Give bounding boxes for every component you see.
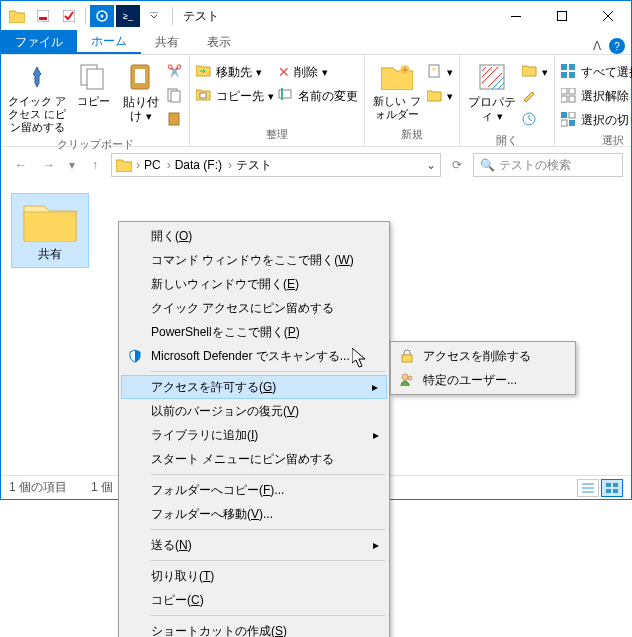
paste-button[interactable]: 貼り付け ▾ bbox=[119, 57, 163, 124]
menu-open[interactable]: 開く(O) bbox=[121, 224, 387, 248]
tab-view[interactable]: 表示 bbox=[193, 30, 245, 54]
pin-quickaccess-button[interactable]: クイック アクセス にピン留めする bbox=[7, 57, 67, 135]
ribbon: クイック アクセス にピン留めする コピー 貼り付け ▾ ✂️ クリップボード bbox=[1, 55, 631, 147]
view-icons-button[interactable] bbox=[601, 479, 623, 497]
copy-button[interactable]: コピー bbox=[71, 57, 115, 108]
menu-copy-to-folder[interactable]: フォルダーへコピー(F)... bbox=[121, 478, 387, 502]
svg-rect-23 bbox=[561, 72, 567, 78]
view-details-button[interactable] bbox=[577, 479, 599, 497]
svg-rect-16 bbox=[281, 88, 283, 100]
menu-open-newwindow[interactable]: 新しいウィンドウで開く(E) bbox=[121, 272, 387, 296]
selectnone-button[interactable]: 選択解除 bbox=[561, 85, 632, 107]
newfolder-button[interactable]: 新しい フォルダー bbox=[371, 57, 423, 121]
status-sel-count: 1 個 bbox=[91, 479, 113, 496]
qat-separator bbox=[172, 7, 173, 25]
status-item-count: 1 個の項目 bbox=[9, 479, 67, 496]
tab-file[interactable]: ファイル bbox=[1, 30, 77, 54]
menu-separator bbox=[151, 529, 385, 530]
breadcrumb-segment[interactable]: PC› bbox=[144, 158, 171, 172]
address-dropdown-icon[interactable]: ⌄ bbox=[426, 158, 436, 172]
svg-rect-8 bbox=[87, 69, 103, 89]
svg-rect-37 bbox=[402, 355, 412, 362]
rename-button[interactable]: 名前の変更 bbox=[278, 85, 358, 107]
menu-send-to[interactable]: 送る(N)▸ bbox=[121, 533, 387, 557]
menu-give-access[interactable]: アクセスを許可する(G)▸ bbox=[121, 375, 387, 399]
easyaccess-button[interactable]: ▾ bbox=[427, 85, 453, 107]
properties-button[interactable]: プロパティ ▾ bbox=[466, 57, 518, 124]
nav-up-button[interactable]: ↑ bbox=[83, 153, 107, 177]
svg-rect-14 bbox=[200, 93, 206, 98]
lock-icon bbox=[399, 348, 415, 364]
menu-open-powershell[interactable]: PowerShellをここで開く(P) bbox=[121, 320, 387, 344]
context-menu: 開く(O) コマンド ウィンドウをここで開く(W) 新しいウィンドウで開く(E)… bbox=[118, 221, 390, 637]
menu-add-library[interactable]: ライブラリに追加(I)▸ bbox=[121, 423, 387, 447]
moveto-button[interactable]: 移動先 ▾ bbox=[196, 61, 274, 83]
nav-recent-button[interactable]: ▾ bbox=[65, 153, 79, 177]
ribbon-tabs: ファイル ホーム 共有 表示 ᐱ ? bbox=[1, 31, 631, 55]
folder-icon bbox=[22, 198, 78, 242]
menu-pin-start[interactable]: スタート メニューにピン留めする bbox=[121, 447, 387, 471]
search-input[interactable]: 🔍 テストの検索 bbox=[473, 153, 623, 177]
submenu-specific-user[interactable]: 特定のユーザー... bbox=[393, 368, 573, 392]
collapse-ribbon-icon[interactable]: ᐱ bbox=[593, 39, 601, 53]
ribbon-group-label: 新規 bbox=[371, 125, 453, 144]
menu-create-shortcut[interactable]: ショートカットの作成(S) bbox=[121, 619, 387, 637]
svg-rect-0 bbox=[37, 10, 49, 22]
qat-more-checkbox-icon[interactable] bbox=[57, 5, 81, 27]
breadcrumb-segment[interactable]: Data (F:)› bbox=[175, 158, 232, 172]
svg-rect-13 bbox=[169, 113, 179, 125]
menu-pin-quickaccess[interactable]: クイック アクセスにピン留めする bbox=[121, 296, 387, 320]
svg-rect-26 bbox=[569, 88, 575, 94]
menu-separator bbox=[151, 615, 385, 616]
qat-dropdown-icon[interactable] bbox=[142, 5, 166, 27]
close-button[interactable] bbox=[585, 1, 631, 31]
history-button[interactable] bbox=[522, 109, 548, 131]
paste-shortcut-button[interactable] bbox=[167, 109, 183, 131]
minimize-button[interactable] bbox=[493, 1, 539, 31]
help-icon[interactable]: ? bbox=[609, 38, 625, 54]
svg-rect-35 bbox=[606, 489, 611, 493]
edit-button[interactable] bbox=[522, 85, 548, 107]
svg-rect-34 bbox=[613, 483, 618, 487]
svg-rect-29 bbox=[561, 112, 567, 118]
address-bar[interactable]: › PC› Data (F:)› テスト ⌄ bbox=[111, 153, 441, 177]
submenu-remove-access[interactable]: アクセスを削除する bbox=[393, 344, 573, 368]
svg-rect-19 bbox=[480, 65, 504, 89]
nav-forward-button[interactable]: → bbox=[37, 153, 61, 177]
refresh-button[interactable]: ⟳ bbox=[445, 153, 469, 177]
copyto-button[interactable]: コピー先 ▾ bbox=[196, 85, 274, 107]
nav-back-button[interactable]: ← bbox=[9, 153, 33, 177]
qat-folder-icon[interactable] bbox=[5, 5, 29, 27]
shield-icon bbox=[127, 348, 143, 364]
maximize-button[interactable] bbox=[539, 1, 585, 31]
menu-restore-versions[interactable]: 以前のバージョンの復元(V) bbox=[121, 399, 387, 423]
menu-copy[interactable]: コピー(C) bbox=[121, 588, 387, 612]
copypath-button[interactable] bbox=[167, 85, 183, 107]
selectall-button[interactable]: すべて選択 bbox=[561, 61, 632, 83]
svg-rect-27 bbox=[561, 96, 567, 102]
open-button[interactable]: ▾ bbox=[522, 61, 548, 83]
breadcrumb-segment[interactable]: テスト bbox=[236, 157, 272, 174]
tab-home[interactable]: ホーム bbox=[77, 30, 141, 54]
qat-save-icon[interactable] bbox=[31, 5, 55, 27]
search-icon: 🔍 bbox=[480, 158, 495, 172]
svg-rect-5 bbox=[511, 16, 521, 17]
chevron-right-icon: ▸ bbox=[372, 380, 378, 394]
cut-button[interactable]: ✂️ bbox=[167, 61, 183, 83]
tab-share[interactable]: 共有 bbox=[141, 30, 193, 54]
menu-cut[interactable]: 切り取り(T) bbox=[121, 564, 387, 588]
context-submenu-access: アクセスを削除する 特定のユーザー... bbox=[390, 341, 576, 395]
menu-move-to-folder[interactable]: フォルダーへ移動(V)... bbox=[121, 502, 387, 526]
qat-settings-icon[interactable] bbox=[90, 5, 114, 27]
newitem-button[interactable]: ▾ bbox=[427, 61, 453, 83]
svg-rect-15 bbox=[279, 90, 291, 98]
folder-item[interactable]: 共有 bbox=[11, 193, 89, 268]
qat-powershell-icon[interactable]: ≥_ bbox=[116, 5, 140, 27]
menu-separator bbox=[151, 560, 385, 561]
menu-defender-scan[interactable]: Microsoft Defender でスキャンする... bbox=[121, 344, 387, 368]
menu-open-cmd[interactable]: コマンド ウィンドウをここで開く(W) bbox=[121, 248, 387, 272]
selectinvert-button[interactable]: 選択の切り替え bbox=[561, 109, 632, 131]
delete-button[interactable]: ✕削除 ▾ bbox=[278, 61, 358, 83]
svg-rect-32 bbox=[569, 120, 575, 126]
qat-separator bbox=[85, 7, 86, 25]
